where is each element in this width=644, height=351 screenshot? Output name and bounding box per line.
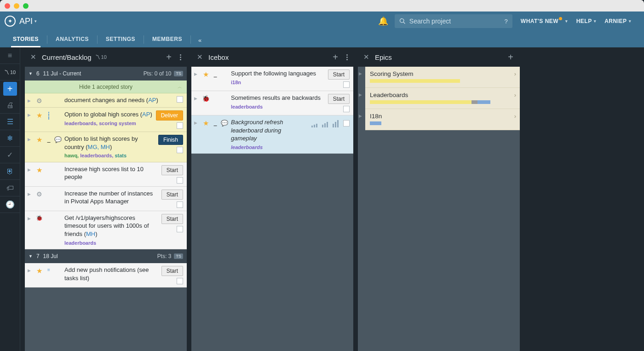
story-row[interactable]: ▶ ⚙ Increase the number of instances in … xyxy=(25,187,187,211)
start-button[interactable]: Start xyxy=(161,190,183,200)
comments-icon[interactable]: 💬 xyxy=(54,135,62,159)
close-panel-icon[interactable]: ✕ xyxy=(195,51,205,63)
select-checkbox[interactable] xyxy=(177,177,183,184)
epic-row[interactable]: ▶ I18n › xyxy=(365,109,520,130)
select-checkbox[interactable] xyxy=(177,122,183,129)
story-row[interactable]: ▶ ★ ≡ Add new push notifications (see ta… xyxy=(25,263,187,288)
rail-history-icon[interactable]: 🕘 xyxy=(0,196,20,213)
panel-menu-icon[interactable] xyxy=(178,54,183,60)
select-checkbox[interactable] xyxy=(177,226,183,232)
accepted-stories-toggle[interactable]: Hide 1 accepted story︿ xyxy=(25,81,187,93)
select-checkbox[interactable] xyxy=(177,201,183,208)
collapse-tabs-icon[interactable]: « xyxy=(192,37,208,47)
deliver-button[interactable]: Deliver xyxy=(156,110,183,121)
expand-icon[interactable]: ▶ xyxy=(359,92,362,97)
toggle-icon[interactable]: TS xyxy=(174,253,183,259)
panel-menu-icon[interactable] xyxy=(345,54,350,60)
rail-list-icon[interactable]: ☰ xyxy=(0,114,20,130)
whats-new-link[interactable]: WHAT'S NEW▾ xyxy=(521,18,568,24)
minimize-icon[interactable] xyxy=(14,3,19,9)
rail-hamburger-icon[interactable]: ≡ xyxy=(0,47,20,64)
panel-add-icon[interactable]: + xyxy=(330,51,341,63)
comments-icon[interactable]: 💬 xyxy=(221,118,228,150)
help-link[interactable]: HELP▾ xyxy=(576,18,597,24)
expand-icon[interactable]: ▶ xyxy=(28,135,32,159)
expand-icon[interactable]: ▶ xyxy=(359,71,362,76)
story-row[interactable]: ▶ ★ _ 💬 Option to list high scores by co… xyxy=(25,132,187,162)
rail-done-icon[interactable]: ✓ xyxy=(0,147,20,163)
select-checkbox[interactable] xyxy=(177,278,183,284)
expand-icon[interactable]: ▶ xyxy=(28,110,32,129)
expand-icon[interactable]: ▶ xyxy=(194,118,199,150)
story-labels[interactable]: leaderboards xyxy=(231,104,325,110)
select-checkbox[interactable] xyxy=(177,96,183,103)
start-button[interactable]: Start xyxy=(328,69,350,80)
select-checkbox[interactable] xyxy=(177,147,183,153)
user-menu[interactable]: ARNIEP▾ xyxy=(604,18,631,24)
expand-icon[interactable]: ▶ xyxy=(194,94,199,112)
owner-link[interactable]: MG, MH xyxy=(88,144,110,150)
story-labels[interactable]: i18n xyxy=(231,79,325,86)
open-epic-icon[interactable]: › xyxy=(514,92,516,98)
panel-velocity[interactable]: 〽 10 xyxy=(95,54,107,60)
epic-row[interactable]: ▶ Scoring System › xyxy=(365,67,520,88)
story-labels[interactable]: leaderboards xyxy=(64,240,159,247)
story-row[interactable]: ▶ 🐞 Get /v1/players/highscores timesout … xyxy=(25,211,187,249)
story-labels[interactable]: leaderboards, scoring system xyxy=(64,120,153,127)
story-row[interactable]: ▶ 🐞 Sometimes results are backwards lead… xyxy=(191,91,353,115)
start-button[interactable]: Start xyxy=(328,94,350,104)
tab-members[interactable]: MEMBERS xyxy=(145,31,190,47)
rail-shield-icon[interactable]: ⛨ xyxy=(0,163,20,180)
expand-icon[interactable]: ▶ xyxy=(28,266,32,284)
owner-link[interactable]: AP xyxy=(142,111,150,118)
rail-velocity[interactable]: 〽 10 xyxy=(0,64,20,81)
zoom-icon[interactable] xyxy=(23,3,29,9)
close-panel-icon[interactable]: ✕ xyxy=(29,51,38,63)
search-input[interactable] xyxy=(409,17,505,25)
tab-stories[interactable]: STORIES xyxy=(6,31,46,47)
story-row[interactable]: ▶ ★ Increase high scores list to 10 peop… xyxy=(25,162,187,187)
expand-icon[interactable]: ▶ xyxy=(28,190,32,208)
project-name[interactable]: API xyxy=(19,17,33,26)
open-epic-icon[interactable]: › xyxy=(514,70,516,77)
expand-icon[interactable]: ▶ xyxy=(359,114,362,118)
start-button[interactable]: Start xyxy=(161,165,183,175)
expand-icon[interactable]: ▶ xyxy=(194,69,199,88)
project-dropdown-icon[interactable]: ▾ xyxy=(34,19,37,23)
story-labels[interactable]: hawq, leaderboards, stats xyxy=(64,152,155,159)
open-epic-icon[interactable]: › xyxy=(514,113,516,120)
select-checkbox[interactable] xyxy=(343,81,350,88)
finish-button[interactable]: Finish xyxy=(158,135,183,145)
add-story-button[interactable]: + xyxy=(3,82,17,96)
select-checkbox[interactable] xyxy=(343,120,350,127)
owner-link[interactable]: AP xyxy=(148,97,156,104)
panel-add-icon[interactable]: + xyxy=(505,51,516,63)
start-button[interactable]: Start xyxy=(161,214,183,224)
owner-link[interactable]: MH xyxy=(86,230,95,237)
iteration-header[interactable]: ▼ 7 18 Jul Pts: 3TS xyxy=(25,249,187,263)
story-row[interactable]: ▶ ★ _ Support the following languages i1… xyxy=(191,67,353,91)
epic-row[interactable]: ▶ Leaderboards › xyxy=(365,88,520,109)
iteration-header[interactable]: ▼ 6 11 Jul - Current Pts: 0 of 10TS xyxy=(25,67,187,81)
expand-icon[interactable]: ▶ xyxy=(28,214,32,246)
start-button[interactable]: Start xyxy=(161,266,183,276)
close-panel-icon[interactable]: ✕ xyxy=(362,51,371,63)
estimate-selector[interactable] xyxy=(311,119,339,127)
notifications-icon[interactable]: 🔔 xyxy=(378,16,388,26)
expand-icon[interactable]: ▶ xyxy=(28,96,32,104)
story-row[interactable]: ▶ ★ _ 💬 Background refresh leaderboard d… xyxy=(191,115,353,154)
search-help-icon[interactable]: ? xyxy=(505,18,508,25)
rail-mywork-icon[interactable]: 🖨 xyxy=(0,97,20,114)
search-box[interactable]: ? xyxy=(395,14,512,28)
select-checkbox[interactable] xyxy=(343,106,350,112)
tab-settings[interactable]: SETTINGS xyxy=(98,31,143,47)
story-row[interactable]: ▶ ★ Option to global high scores (AP) le… xyxy=(25,108,187,132)
expand-icon[interactable]: ▶ xyxy=(28,165,32,184)
rail-snow-icon[interactable]: ❄ xyxy=(0,130,20,147)
tab-analytics[interactable]: ANALYTICS xyxy=(48,31,96,47)
story-row[interactable]: ▶ ⚙ document changes and needs (AP) xyxy=(25,93,187,108)
rail-tag-icon[interactable]: 🏷 xyxy=(0,180,20,196)
close-icon[interactable] xyxy=(5,3,10,9)
story-labels[interactable]: leaderboards xyxy=(231,144,309,151)
toggle-icon[interactable]: TS xyxy=(174,71,183,76)
